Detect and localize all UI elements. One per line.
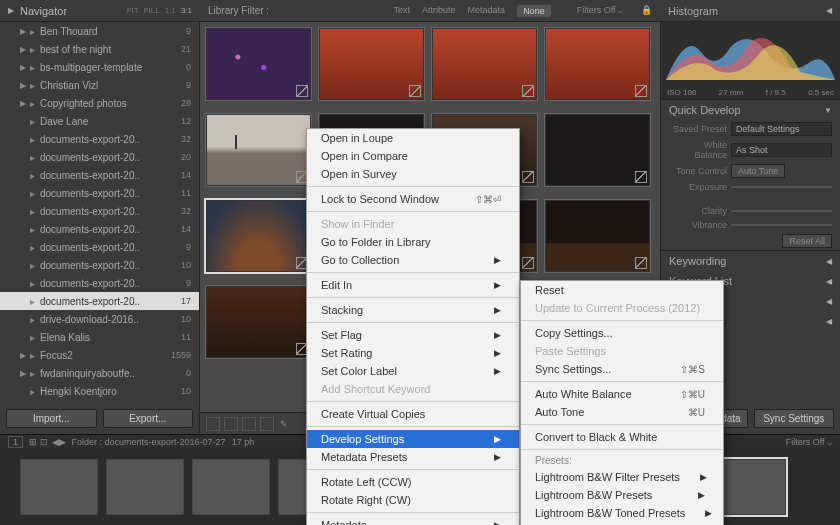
folder-row[interactable]: ▸documents-export-20..14 — [0, 220, 199, 238]
menu-item[interactable]: Open in Survey — [307, 165, 519, 183]
menu-item[interactable]: Auto White Balance⇧⌘U — [521, 385, 723, 403]
thumbnail[interactable] — [206, 28, 311, 100]
folder-row[interactable]: ▶▸best of the night21 — [0, 40, 199, 58]
filter-text[interactable]: Text — [394, 5, 411, 17]
menu-item[interactable]: Lightroom B&W Filter Presets▶ — [521, 468, 723, 486]
folder-row[interactable]: ▸documents-export-20..9 — [0, 274, 199, 292]
folder-row[interactable]: ▸documents-export-20..32 — [0, 202, 199, 220]
context-submenu: ResetUpdate to Current Process (2012)Cop… — [520, 280, 724, 525]
thumbnail[interactable] — [545, 114, 650, 186]
folder-row[interactable]: ▶▸Copyrighted photos28 — [0, 94, 199, 112]
menu-item[interactable]: Stacking▶ — [307, 301, 519, 319]
folder-row[interactable]: ▸Hengki Koentjoro10 — [0, 382, 199, 400]
menu-item: Add Shortcut Keyword — [307, 380, 519, 398]
painter-icon[interactable]: ✎ — [280, 419, 288, 429]
filters-off-toggle[interactable]: Filters Off ⌵ — [577, 5, 623, 17]
context-menu: Open in LoupeOpen in CompareOpen in Surv… — [306, 128, 520, 525]
thumbnail[interactable] — [206, 114, 311, 186]
reset-all-button[interactable]: Reset All — [782, 234, 832, 248]
histogram-header[interactable]: Histogram ◀ — [660, 0, 840, 21]
vibrance-slider[interactable] — [731, 224, 832, 226]
folder-row[interactable]: ▸Elena Kalis11 — [0, 328, 199, 346]
menu-item[interactable]: Go to Folder in Library — [307, 233, 519, 251]
sync-settings-button[interactable]: Sync Settings — [754, 409, 835, 428]
filter-none[interactable]: None — [517, 5, 551, 17]
folder-row[interactable]: ▶▸fwdaninquiryaboutfe..0 — [0, 364, 199, 382]
navigator-zoom-labels[interactable]: FITFILL1:13:1 — [127, 6, 192, 15]
lock-icon[interactable]: 🔒 — [641, 5, 652, 17]
filter-metadata[interactable]: Metadata — [468, 5, 506, 17]
menu-item[interactable]: Set Color Label▶ — [307, 362, 519, 380]
navigator-title: Navigator — [20, 5, 121, 17]
filmstrip-thumb[interactable] — [192, 459, 270, 515]
import-button[interactable]: Import... — [6, 409, 97, 428]
folder-row[interactable]: ▸Dave Lane12 — [0, 112, 199, 130]
thumbnail[interactable] — [206, 286, 311, 358]
menu-item[interactable]: Convert to Black & White — [521, 428, 723, 446]
loupe-view-icon[interactable] — [224, 417, 238, 431]
compare-view-icon[interactable] — [242, 417, 256, 431]
menu-item[interactable]: Set Rating▶ — [307, 344, 519, 362]
menu-item: Paste Settings — [521, 342, 723, 360]
menu-item[interactable]: Go to Collection▶ — [307, 251, 519, 269]
folder-row[interactable]: ▶▸Ben Thouard9 — [0, 22, 199, 40]
menu-item[interactable]: Rotate Right (CW) — [307, 491, 519, 509]
export-button[interactable]: Export... — [103, 409, 194, 428]
menu-item: Update to Current Process (2012) — [521, 299, 723, 317]
navigator-header[interactable]: ▶ Navigator FITFILL1:13:1 — [0, 0, 200, 21]
panel-header[interactable]: Keywording◀ — [661, 251, 840, 271]
menu-item[interactable]: Lock to Second Window⇧⌘⏎ — [307, 190, 519, 208]
thumbnail[interactable] — [432, 28, 537, 100]
menu-item[interactable]: Copy Settings... — [521, 324, 723, 342]
menu-item[interactable]: Metadata▶ — [307, 516, 519, 525]
folder-row[interactable]: ▶▸Christian Vizl9 — [0, 76, 199, 94]
saved-preset-dropdown[interactable]: Default Settings — [731, 122, 832, 136]
thumbnail[interactable] — [319, 28, 424, 100]
survey-view-icon[interactable] — [260, 417, 274, 431]
grid-view-icon[interactable] — [206, 417, 220, 431]
filmstrip-filters-off[interactable]: Filters Off — [786, 437, 825, 447]
menu-item[interactable]: Auto Tone⌘U — [521, 403, 723, 421]
thumbnail-selected[interactable] — [206, 200, 311, 272]
folder-row[interactable]: ▶▸Focus21559 — [0, 346, 199, 364]
menu-item: Show in Finder — [307, 215, 519, 233]
menu-item[interactable]: Lightroom B&W Toned Presets▶ — [521, 504, 723, 522]
folder-row[interactable]: ▸documents-export-20..10 — [0, 256, 199, 274]
exposure-slider[interactable] — [731, 186, 832, 188]
menu-item[interactable]: Reset — [521, 281, 723, 299]
chevron-right-icon[interactable]: ▶ — [59, 437, 66, 447]
white-balance-dropdown[interactable]: As Shot — [731, 143, 832, 157]
clarity-slider[interactable] — [731, 210, 832, 212]
histogram-title: Histogram — [668, 5, 718, 17]
folder-row[interactable]: ▸documents-export-20..17 — [0, 292, 199, 310]
thumbnail[interactable] — [545, 200, 650, 272]
menu-item[interactable]: Open in Compare — [307, 147, 519, 165]
histogram-panel: ISO 10027 mmf / 9.50.5 sec — [661, 22, 840, 100]
folder-row[interactable]: ▸documents-export-20..14 — [0, 166, 199, 184]
folder-list: ▶▸Ben Thouard9▶▸best of the night21▶▸bs-… — [0, 22, 199, 403]
folder-row[interactable]: ▸documents-export-20..11 — [0, 184, 199, 202]
folder-row[interactable]: ▸drive-download-2016..10 — [0, 310, 199, 328]
library-filter-label: Library Filter : — [208, 5, 269, 16]
menu-item[interactable]: Set Flag▶ — [307, 326, 519, 344]
quick-develop-header[interactable]: Quick Develop▼ — [661, 100, 840, 120]
menu-item[interactable]: Open in Loupe — [307, 129, 519, 147]
folder-row[interactable]: ▸documents-export-20..32 — [0, 130, 199, 148]
filmstrip-thumb[interactable] — [20, 459, 98, 515]
chevron-left-icon[interactable]: ◀ — [52, 437, 59, 447]
menu-item[interactable]: Develop Settings▶ — [307, 430, 519, 448]
folder-row[interactable]: ▸documents-export-20..9 — [0, 238, 199, 256]
auto-tone-button[interactable]: Auto Tone — [731, 164, 785, 178]
menu-item[interactable]: Metadata Presets▶ — [307, 448, 519, 466]
thumbnail[interactable] — [545, 28, 650, 100]
menu-item[interactable]: Sync Settings...⇧⌘S — [521, 360, 723, 378]
menu-item[interactable]: Edit In▶ — [307, 276, 519, 294]
folder-path[interactable]: Folder : documents-export-2016-07-27 — [72, 437, 226, 447]
menu-item[interactable]: Create Virtual Copies — [307, 405, 519, 423]
folder-row[interactable]: ▶▸bs-multipager-template0 — [0, 58, 199, 76]
folder-row[interactable]: ▸documents-export-20..20 — [0, 148, 199, 166]
menu-item[interactable]: Lightroom B&W Presets▶ — [521, 486, 723, 504]
filmstrip-thumb[interactable] — [106, 459, 184, 515]
menu-item[interactable]: Rotate Left (CCW) — [307, 473, 519, 491]
filter-attribute[interactable]: Attribute — [422, 5, 456, 17]
